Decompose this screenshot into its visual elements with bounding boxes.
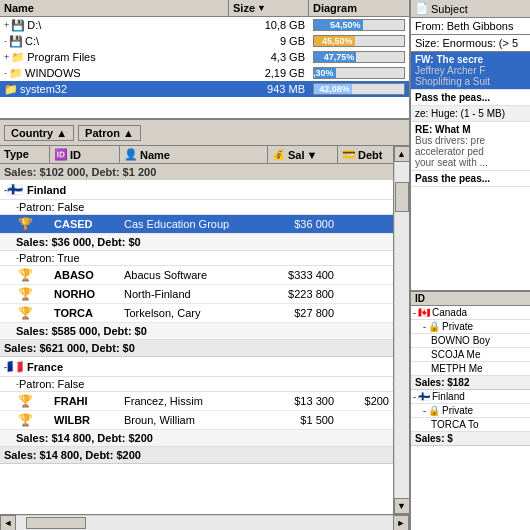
col-debt[interactable]: 💳 Debt: [338, 146, 393, 163]
id-wilbr: WILBR: [50, 412, 120, 428]
flag-tree-finland: 🇫🇮: [418, 391, 430, 402]
country-group-button[interactable]: Country ▲: [4, 125, 74, 141]
email-size: Size: Enormous: (> 5: [411, 35, 530, 52]
sales-finland-false: Sales: $36 000, Debt: $0: [0, 234, 393, 251]
id-metph: METPH: [431, 363, 466, 374]
expand-tree-finland[interactable]: -: [413, 392, 416, 402]
email-snippet-2a: Bus drivers: pre: [415, 135, 526, 146]
explorer-header: Name Size ▼ Diagram: [0, 0, 409, 17]
tree-finland[interactable]: - 🇫🇮 Finland: [411, 390, 530, 404]
explorer-col-size[interactable]: Size ▼: [229, 0, 309, 16]
data-row-cased[interactable]: 🏆 CASED Cas Education Group $36 000: [0, 215, 393, 234]
debt-torca: [338, 311, 393, 315]
type-frahi: 🏆: [0, 392, 50, 410]
sal-icon: 💰: [272, 148, 286, 161]
hscroll-track[interactable]: [16, 516, 393, 530]
email-snippet-0b: Shoplifting a Suit: [415, 76, 526, 87]
data-grid: Type 🆔 ID 👤 Name 💰 Sal ▼: [0, 146, 393, 514]
expand-d[interactable]: +: [4, 20, 9, 30]
trophy-torca: 🏆: [18, 306, 33, 320]
expand-pf[interactable]: +: [4, 52, 9, 62]
file-row-system32[interactable]: 📁 system32 943 MB 42,08%: [0, 81, 409, 97]
scroll-down-btn[interactable]: ▼: [394, 498, 410, 514]
trophy-norho: 🏆: [18, 287, 33, 301]
scroll-track[interactable]: [395, 162, 409, 498]
email-panel-header: 📄 Subject: [411, 0, 530, 18]
sal-torca: $27 800: [268, 305, 338, 321]
email-item-3[interactable]: Pass the peas...: [411, 171, 530, 187]
expand-finland-private[interactable]: -: [423, 406, 426, 416]
hscroll-thumb[interactable]: [26, 517, 86, 529]
email-snippet-2c: your seat with ...: [415, 157, 526, 168]
tree-finland-private[interactable]: - 🔒 Private: [411, 404, 530, 418]
prev-sales-row: Sales: $102 000, Debt: $1 200: [0, 164, 393, 180]
trophy-wilbr: 🏆: [18, 413, 33, 427]
canada-label: Canada: [432, 307, 467, 318]
bar-fill-sys: 42,08%: [314, 84, 352, 94]
file-row-windows[interactable]: - 📁 WINDOWS 2,19 GB 24,30%: [0, 65, 409, 81]
email-subject-1: Pass the peas...: [415, 92, 526, 103]
email-subject-0: FW: The secre: [415, 54, 526, 65]
group-finland[interactable]: - 🇫🇮 Finland: [0, 180, 393, 200]
subgroup-finland-false[interactable]: - Patron: False: [0, 200, 393, 215]
col-id[interactable]: 🆔 ID: [50, 146, 120, 163]
patron-sort-icon[interactable]: ▲: [123, 127, 134, 139]
horizontal-scrollbar[interactable]: ◄ ►: [0, 514, 409, 530]
country-sort-icon[interactable]: ▲: [56, 127, 67, 139]
sales-canada: Sales: $182: [411, 376, 530, 390]
data-row-frahi[interactable]: 🏆 FRAHI Francez, Hissim $13 300 $200: [0, 392, 393, 411]
grid-header: Type 🆔 ID 👤 Name 💰 Sal ▼: [0, 146, 393, 164]
file-row-programfiles[interactable]: + 📁 Program Files 4,3 GB 47,75%: [0, 49, 409, 65]
email-from: From: Beth Gibbons: [411, 18, 530, 35]
file-row-c[interactable]: - 💾 C:\ 9 GB 45,50%: [0, 33, 409, 49]
email-list[interactable]: FW: The secre Jeffrey Archer F Shoplifti…: [411, 52, 530, 290]
tree-torca[interactable]: TORCA To: [411, 418, 530, 432]
data-row-wilbr[interactable]: 🏆 WILBR Broun, William $1 500: [0, 411, 393, 430]
expand-c[interactable]: -: [4, 36, 7, 46]
hscroll-left-btn[interactable]: ◄: [0, 515, 16, 531]
type-wilbr: 🏆: [0, 411, 50, 429]
folder-icon-win: 📁: [9, 67, 23, 80]
sal-abaso: $333 400: [268, 267, 338, 283]
email-item-2[interactable]: RE: What M Bus drivers: pre accelerator …: [411, 122, 530, 171]
id-scoja: SCOJA: [431, 349, 464, 360]
trophy-cased: 🏆: [18, 217, 33, 231]
total-finland: Sales: $621 000, Debt: $0: [0, 340, 393, 357]
name-norho: North-Finland: [120, 286, 268, 302]
tree-metph[interactable]: METPH Me: [411, 362, 530, 376]
tree-bowno[interactable]: BOWNO Boy: [411, 334, 530, 348]
subgroup-finland-true[interactable]: - Patron: True: [0, 251, 393, 266]
email-item-1[interactable]: Pass the peas...: [411, 90, 530, 106]
data-row-abaso[interactable]: 🏆 ABASO Abacus Software $333 400: [0, 266, 393, 285]
vertical-scrollbar[interactable]: ▲ ▼: [393, 146, 409, 514]
expand-canada[interactable]: -: [413, 308, 416, 318]
explorer-col-diagram: Diagram: [309, 0, 409, 16]
email-subject-2: RE: What M: [415, 124, 526, 135]
size-sort-arrow[interactable]: ▼: [257, 3, 266, 13]
subgroup-france-false[interactable]: - Patron: False: [0, 377, 393, 392]
email-item-0[interactable]: FW: The secre Jeffrey Archer F Shoplifti…: [411, 52, 530, 90]
col-sal[interactable]: 💰 Sal ▼: [268, 146, 338, 163]
hscroll-right-btn[interactable]: ►: [393, 515, 409, 531]
tree-canada[interactable]: - 🇨🇦 Canada: [411, 306, 530, 320]
tree-canada-private[interactable]: - 🔒 Private: [411, 320, 530, 334]
data-row-torca[interactable]: 🏆 TORCA Torkelson, Cary $27 800: [0, 304, 393, 323]
sal-sort[interactable]: ▼: [307, 149, 318, 161]
debt-cased: [338, 222, 393, 226]
group-france[interactable]: - 🇫🇷 France: [0, 357, 393, 377]
tree-scoja[interactable]: SCOJA Me: [411, 348, 530, 362]
scroll-thumb[interactable]: [395, 182, 409, 212]
debt-icon: 💳: [342, 148, 356, 161]
right-panel: 📄 Subject From: Beth Gibbons Size: Enorm…: [410, 0, 530, 530]
private-canada-label: Private: [442, 321, 473, 332]
finland-tree-label: Finland: [432, 391, 465, 402]
expand-win[interactable]: -: [4, 68, 7, 78]
file-bar-d: 54,50%: [309, 18, 409, 32]
expand-canada-private[interactable]: -: [423, 322, 426, 332]
scroll-up-btn[interactable]: ▲: [394, 146, 410, 162]
file-name-win: WINDOWS: [25, 67, 81, 79]
data-row-norho[interactable]: 🏆 NORHO North-Finland $223 800: [0, 285, 393, 304]
file-row-d[interactable]: + 💾 D:\ 10,8 GB 54,50%: [0, 17, 409, 33]
col-name-grid[interactable]: 👤 Name: [120, 146, 268, 163]
patron-group-button[interactable]: Patron ▲: [78, 125, 141, 141]
